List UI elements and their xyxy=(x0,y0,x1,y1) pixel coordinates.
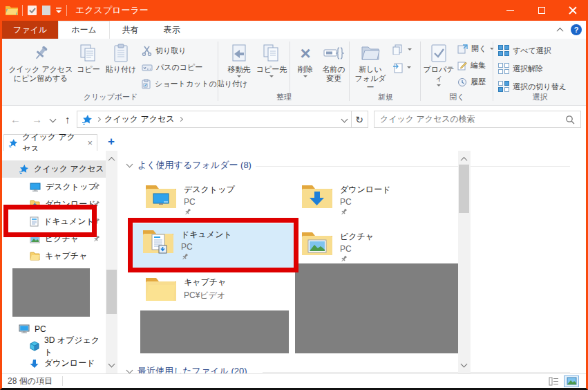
move-to-icon xyxy=(230,41,248,65)
sidebar-scrollbar[interactable] xyxy=(106,151,117,373)
select-all-button[interactable]: すべて選択 xyxy=(498,45,551,56)
item-count: 28 個の項目 xyxy=(8,375,53,387)
copy-button[interactable]: コピー xyxy=(74,41,103,74)
explorer-tab[interactable]: クイック アクセス × xyxy=(3,134,97,151)
group-label-new: 新規 xyxy=(351,92,420,102)
tab-file[interactable]: ファイル xyxy=(2,21,58,39)
group-organize: 移動先 コピー先 × 削除 名前の 変更 xyxy=(220,40,348,104)
pin-icon xyxy=(340,208,390,216)
ribbon-separator xyxy=(493,41,493,101)
sidebar-item-3d-objects[interactable]: 3D オブジェクト xyxy=(2,337,106,355)
recent-locations-icon[interactable] xyxy=(50,116,57,123)
section-title: よく使用するフォルダー (8) xyxy=(137,159,252,171)
close-button[interactable] xyxy=(557,0,588,21)
move-to-button[interactable]: 移動先 xyxy=(224,41,254,80)
collapse-ribbon-icon[interactable] xyxy=(557,27,564,34)
move-to-caret-icon xyxy=(237,75,241,80)
section-frequent-folders[interactable]: よく使用するフォルダー (8) xyxy=(127,159,252,171)
quick-access-star-icon xyxy=(82,114,93,125)
redacted-sidebar-block xyxy=(12,268,90,317)
copy-path-icon xyxy=(142,64,153,72)
copy-label: コピー xyxy=(77,65,100,74)
address-bar[interactable]: クイック アクセス xyxy=(77,111,352,128)
breadcrumb-item[interactable]: クイック アクセス xyxy=(104,113,175,125)
sidebar-item-label: クイック アクセス xyxy=(34,163,104,175)
main-scrollbar-thumb[interactable] xyxy=(459,165,469,213)
ribbon: クイック アクセス にピン留めする コピー 貼り付け 切り取り xyxy=(2,39,586,106)
tab-view[interactable]: 表示 xyxy=(151,21,193,39)
scroll-down-icon[interactable] xyxy=(109,359,114,369)
rename-button[interactable]: 名前の 変更 xyxy=(319,41,348,83)
folder-tile-downloads[interactable]: ダウンロード PC xyxy=(292,178,445,224)
sidebar-item-desktop[interactable]: デスクトップ xyxy=(2,178,106,196)
new-folder-label-line1: 新しい xyxy=(359,65,382,74)
sidebar-item-captures[interactable]: キャプチャ xyxy=(2,248,106,265)
edit-icon xyxy=(457,61,467,71)
qat-customize-dropdown-icon[interactable] xyxy=(55,7,62,14)
invert-selection-button[interactable]: 選択の切り替え xyxy=(498,81,567,92)
easy-access-button[interactable] xyxy=(392,62,411,73)
explorer-window: エクスプローラー ファイル ホーム 共有 表示 ? クイック アクセス にピン留… xyxy=(0,0,588,390)
scroll-up-icon[interactable] xyxy=(109,154,114,164)
details-view-button[interactable] xyxy=(546,375,561,387)
paste-button[interactable]: 貼り付け xyxy=(104,41,137,74)
section-collapse-icon[interactable] xyxy=(126,367,133,373)
pin-to-quick-access-button[interactable]: クイック アクセス にピン留めする xyxy=(8,41,74,83)
select-none-button[interactable]: 選択解除 xyxy=(498,63,543,74)
tab-close-icon[interactable]: × xyxy=(87,138,93,148)
open-icon xyxy=(457,44,468,54)
refresh-button[interactable]: ↻ xyxy=(351,111,368,128)
details-view-icon xyxy=(549,377,559,386)
ribbon-separator xyxy=(420,41,421,101)
properties-button[interactable]: プロパティ xyxy=(423,41,455,89)
sidebar-item-downloads-pc[interactable]: ダウンロード xyxy=(2,355,106,372)
folder-downloads-icon xyxy=(301,183,333,209)
sidebar-item-quick-access[interactable]: クイック アクセス xyxy=(2,160,106,178)
copy-to-button[interactable]: コピー先 xyxy=(256,41,287,80)
delete-button[interactable]: × 削除 xyxy=(292,41,319,80)
help-button[interactable]: ? xyxy=(571,24,582,35)
tab-share[interactable]: 共有 xyxy=(110,21,151,39)
group-clipboard: クイック アクセス にピン留めする コピー 貼り付け 切り取り xyxy=(5,40,216,104)
move-to-label: 移動先 xyxy=(228,65,251,74)
up-icon[interactable]: ↑ xyxy=(65,113,70,125)
thumbnail-view-button[interactable] xyxy=(564,375,579,387)
cut-button[interactable]: 切り取り xyxy=(142,46,187,56)
tab-home[interactable]: ホーム xyxy=(58,21,110,39)
sidebar-scrollbar-thumb[interactable] xyxy=(106,270,117,314)
section-recent-files[interactable]: 最近使用したファイル (20) xyxy=(127,365,247,373)
history-button[interactable]: 履歴 xyxy=(457,77,486,87)
easy-access-icon xyxy=(392,62,404,73)
copy-path-button[interactable]: パスのコピー xyxy=(142,62,202,73)
rename-label-line2: 変更 xyxy=(326,74,341,83)
pin-icon xyxy=(184,208,235,216)
pin-label-line1: クイック アクセス xyxy=(8,65,73,74)
edit-button[interactable]: 編集 xyxy=(457,60,486,71)
breadcrumb-chevron-icon[interactable] xyxy=(178,117,183,122)
address-dropdown-icon[interactable] xyxy=(341,116,348,123)
main-scrollbar[interactable] xyxy=(458,151,471,373)
search-placeholder: クイック アクセスの検索 xyxy=(380,113,565,125)
folder-name: ダウンロード xyxy=(340,184,390,196)
new-item-icon xyxy=(392,44,404,55)
group-label-clipboard: クリップボード xyxy=(5,92,216,102)
minimize-button[interactable] xyxy=(495,0,526,21)
new-folder-button[interactable]: 新しい フォルダー xyxy=(352,41,388,92)
section-collapse-icon[interactable] xyxy=(126,161,133,168)
properties-qat-icon[interactable] xyxy=(27,5,37,16)
new-folder-qat-icon[interactable] xyxy=(41,5,51,16)
qat-separator xyxy=(66,5,67,16)
explorer-tab-bar: クイック アクセス × + xyxy=(2,133,586,151)
forward-icon[interactable]: → xyxy=(32,113,42,125)
scroll-down-icon[interactable] xyxy=(462,359,466,369)
open-button[interactable]: 開く xyxy=(457,44,494,54)
scroll-up-icon[interactable] xyxy=(462,154,466,164)
quick-access-toolbar: エクスプローラー xyxy=(0,4,149,17)
back-icon[interactable]: ← xyxy=(10,113,21,125)
folder-location: PC xyxy=(340,244,374,254)
search-box[interactable]: クイック アクセスの検索 xyxy=(374,111,581,128)
new-tab-button[interactable]: + xyxy=(104,134,118,149)
maximize-button[interactable] xyxy=(526,0,557,21)
new-item-button[interactable] xyxy=(392,44,412,55)
select-none-label: 選択解除 xyxy=(513,64,543,74)
